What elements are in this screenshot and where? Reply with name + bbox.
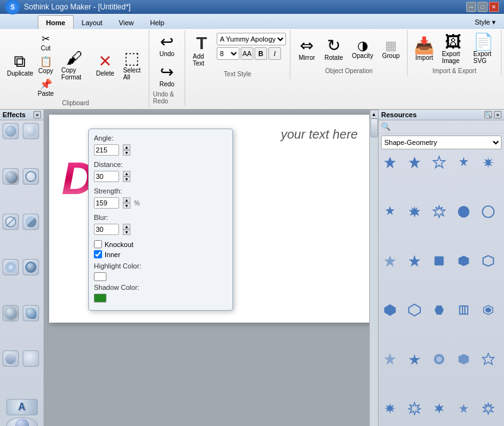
- copy-button[interactable]: 📋 Copy: [35, 54, 57, 76]
- export-svg-button[interactable]: 📄 Export SVG: [469, 32, 497, 66]
- shape-item[interactable]: [430, 301, 449, 320]
- shape-item[interactable]: [405, 350, 424, 369]
- shape-item[interactable]: [381, 399, 399, 418]
- effects-pin-button[interactable]: ×: [33, 111, 41, 118]
- inner-checkbox[interactable]: [94, 250, 102, 258]
- angle-up[interactable]: ▲: [123, 144, 130, 150]
- shape-item[interactable]: [405, 301, 424, 320]
- group-button[interactable]: ▦ Group: [378, 37, 403, 61]
- shape-item[interactable]: [479, 251, 498, 270]
- effect-btn-9[interactable]: [3, 305, 19, 321]
- effect-btn-2[interactable]: [23, 123, 39, 139]
- copy-format-button[interactable]: 🖌 Copy Format: [57, 48, 91, 83]
- shape-item[interactable]: [479, 350, 498, 369]
- shadow-color-swatch[interactable]: [94, 294, 106, 302]
- import-button[interactable]: 📥 Import: [411, 35, 437, 63]
- export-image-button[interactable]: 🖼 Export Image: [438, 32, 468, 66]
- shape-item[interactable]: [381, 153, 399, 172]
- effect-btn-12[interactable]: [23, 350, 39, 367]
- tab-view[interactable]: View: [111, 15, 142, 29]
- mirror-button[interactable]: ⇔ Mirror: [294, 35, 319, 63]
- shape-item[interactable]: [479, 153, 498, 172]
- shape-item[interactable]: [454, 350, 473, 369]
- vscroll-up[interactable]: ▲: [370, 110, 379, 118]
- cut-button[interactable]: ✂ Cut: [35, 32, 57, 53]
- paste-button[interactable]: 📌 Paste: [35, 77, 57, 98]
- blur-up[interactable]: ▲: [123, 224, 130, 229]
- inner-checkbox-row[interactable]: Inner: [94, 250, 227, 258]
- opacity-button[interactable]: ◑ Opacity: [348, 37, 377, 61]
- effect-btn-5[interactable]: [3, 214, 19, 230]
- knockout-checkbox[interactable]: [94, 240, 102, 248]
- add-text-button[interactable]: T Add Text: [189, 32, 214, 69]
- shape-item[interactable]: [479, 301, 498, 320]
- shape-item[interactable]: [454, 399, 473, 418]
- angle-input[interactable]: [94, 144, 119, 156]
- tab-layout[interactable]: Layout: [74, 15, 111, 29]
- shape-item[interactable]: [381, 301, 399, 320]
- shape-item[interactable]: [479, 399, 498, 418]
- window-controls[interactable]: ─ □ ✕: [466, 2, 499, 12]
- shape-item[interactable]: [479, 202, 498, 221]
- angle-down[interactable]: ▼: [123, 150, 130, 156]
- style-dropdown[interactable]: Style ▾: [466, 15, 504, 29]
- italic-button[interactable]: I: [268, 47, 281, 60]
- shape-item[interactable]: [430, 399, 449, 418]
- shape-item[interactable]: [454, 301, 473, 320]
- shape-item[interactable]: [405, 399, 424, 418]
- rotate-button[interactable]: ↻ Rotate: [321, 35, 346, 63]
- shape-item[interactable]: [405, 251, 424, 270]
- effect-btn-7[interactable]: [3, 259, 19, 275]
- category-select[interactable]: Shape-Geometry: [381, 135, 501, 149]
- canvas-vscrollbar[interactable]: ▲ ▼: [369, 110, 378, 426]
- strength-input[interactable]: [94, 197, 119, 209]
- aa-button[interactable]: AA: [241, 47, 253, 60]
- knockout-checkbox-row[interactable]: Knockout: [94, 240, 227, 248]
- effect-btn-3[interactable]: [3, 168, 19, 185]
- undo-button[interactable]: ↩ Undo: [154, 32, 180, 59]
- select-all-button[interactable]: ⬚ Select All: [119, 48, 144, 83]
- shape-item[interactable]: [430, 202, 449, 221]
- tab-home[interactable]: Home: [38, 15, 74, 29]
- shape-item[interactable]: [381, 350, 399, 369]
- shape-item[interactable]: [405, 202, 424, 221]
- font-size-select[interactable]: 8: [217, 47, 239, 60]
- strength-down[interactable]: ▼: [123, 203, 130, 209]
- close-button[interactable]: ✕: [489, 2, 499, 12]
- distance-input[interactable]: [94, 171, 119, 182]
- shape-item[interactable]: [405, 153, 424, 172]
- resources-search-icon[interactable]: 🔍: [484, 111, 492, 118]
- duplicate-button[interactable]: ⧉ Duplicate: [6, 51, 34, 79]
- resources-pin-button[interactable]: ×: [494, 111, 501, 118]
- shape-item[interactable]: [381, 202, 399, 221]
- tab-help[interactable]: Help: [142, 15, 173, 29]
- effect-btn-10[interactable]: [23, 305, 39, 321]
- distance-down[interactable]: ▼: [123, 176, 130, 182]
- text-effect-button[interactable]: A: [6, 399, 38, 415]
- shape-item[interactable]: [430, 350, 449, 369]
- highlight-color-swatch[interactable]: [94, 272, 106, 281]
- effect-btn-11[interactable]: [3, 350, 19, 367]
- shape-item[interactable]: [454, 153, 473, 172]
- redo-button[interactable]: ↪ Redo: [154, 62, 180, 89]
- distance-up[interactable]: ▲: [123, 171, 130, 176]
- minimize-button[interactable]: ─: [466, 2, 476, 12]
- maximize-button[interactable]: □: [478, 2, 488, 12]
- shape-item[interactable]: [454, 251, 473, 270]
- bold-button[interactable]: B: [255, 47, 267, 60]
- delete-button[interactable]: ✕ Delete: [92, 51, 118, 79]
- shape-item[interactable]: [454, 202, 473, 221]
- font-select[interactable]: A Yummy Apology: [217, 33, 286, 45]
- vscroll-thumb[interactable]: [370, 118, 378, 137]
- shape-item[interactable]: [381, 251, 399, 270]
- blur-input[interactable]: [94, 224, 119, 235]
- effect-btn-circle-large[interactable]: [6, 417, 38, 426]
- shape-item[interactable]: [430, 153, 449, 172]
- blur-down[interactable]: ▼: [123, 229, 130, 235]
- effect-btn-6[interactable]: [23, 214, 39, 230]
- shape-item[interactable]: [430, 251, 449, 270]
- effect-btn-4[interactable]: [23, 168, 39, 185]
- effect-btn-1[interactable]: [3, 123, 19, 139]
- strength-up[interactable]: ▲: [123, 197, 130, 203]
- effect-btn-8[interactable]: [23, 259, 39, 275]
